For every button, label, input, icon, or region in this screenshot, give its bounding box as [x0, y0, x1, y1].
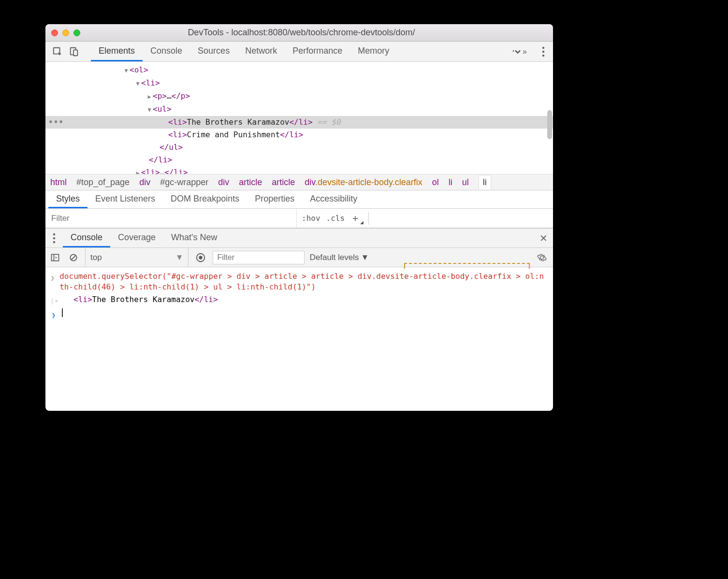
- svg-point-6: [53, 233, 55, 235]
- console-settings-icon[interactable]: [534, 253, 550, 262]
- tab-network[interactable]: Network: [237, 42, 285, 61]
- breadcrumb-item[interactable]: div: [218, 177, 229, 188]
- console-prompt[interactable]: ❯: [50, 307, 548, 321]
- console-sidebar-toggle-icon[interactable]: [48, 253, 62, 262]
- dom-node[interactable]: </li>: [45, 154, 553, 166]
- tab-console[interactable]: Console: [143, 42, 190, 61]
- result-close-tag: </li>: [194, 295, 218, 304]
- breadcrumb-item[interactable]: #top_of_page: [76, 177, 130, 188]
- svg-point-5: [542, 54, 544, 56]
- titlebar: DevTools - localhost:8080/web/tools/chro…: [45, 24, 553, 42]
- svg-point-3: [542, 46, 544, 48]
- levels-label: Default levels: [309, 253, 359, 262]
- console-input-line: ❯ document.querySelector("#gc-wrapper > …: [50, 270, 548, 293]
- box-model-preview: [404, 263, 530, 269]
- device-toolbar-icon[interactable]: [66, 42, 82, 61]
- svg-rect-9: [52, 254, 59, 261]
- dom-breadcrumbs[interactable]: html#top_of_pagediv#gc-wrapperdivarticle…: [45, 174, 553, 190]
- breadcrumb-item[interactable]: article: [239, 177, 262, 188]
- breadcrumb-item[interactable]: #gc-wrapper: [160, 177, 208, 188]
- new-style-rule-button[interactable]: ＋◢: [350, 212, 364, 225]
- dom-tree[interactable]: ▼<ol>▼<li>▶<p>…</p>▼<ul>•••<li>The Broth…: [45, 62, 553, 174]
- result-open-tag: <li>: [73, 295, 92, 304]
- prompt-caret-icon: ❯: [50, 308, 57, 320]
- breadcrumb-item[interactable]: ol: [432, 177, 439, 188]
- clear-console-icon[interactable]: [67, 253, 80, 262]
- main-tabs: ElementsConsoleSourcesNetworkPerformance…: [91, 42, 506, 61]
- dom-node[interactable]: ▶<p>…</p>: [45, 90, 553, 103]
- more-menu-icon[interactable]: [534, 42, 553, 61]
- dom-node[interactable]: ▼<ul>: [45, 103, 553, 116]
- side-panel-tabs: StylesEvent ListenersDOM BreakpointsProp…: [45, 190, 553, 209]
- breadcrumb-item[interactable]: div: [139, 177, 150, 188]
- svg-rect-2: [73, 50, 77, 56]
- drawer-tabs: ConsoleCoverageWhat's New ✕: [45, 229, 553, 248]
- output-caret-icon: ⟨•: [50, 294, 57, 306]
- console-result-line: ⟨• <li>The Brothers Karamazov</li>: [50, 293, 548, 307]
- tab-performance[interactable]: Performance: [285, 42, 350, 61]
- window-title: DevTools - localhost:8080/web/tools/chro…: [85, 28, 547, 38]
- drawer-tab-console[interactable]: Console: [63, 229, 110, 247]
- drawer-close-button[interactable]: ✕: [534, 229, 553, 247]
- tab-elements[interactable]: Elements: [91, 42, 143, 61]
- dom-node[interactable]: ▼<li>: [45, 77, 553, 90]
- window-minimize-button[interactable]: [62, 29, 69, 36]
- breadcrumb-item[interactable]: ul: [462, 177, 469, 188]
- side-tab-event-listeners[interactable]: Event Listeners: [87, 190, 163, 208]
- breadcrumb-item[interactable]: li: [449, 177, 452, 188]
- live-expression-icon[interactable]: [193, 252, 208, 263]
- console-command-text: document.querySelector("#gc-wrapper > di…: [59, 271, 548, 292]
- window-close-button[interactable]: [51, 29, 58, 36]
- window-maximize-button[interactable]: [73, 29, 80, 36]
- svg-line-12: [72, 255, 75, 259]
- svg-point-14: [199, 256, 203, 259]
- side-tab-dom-breakpoints[interactable]: DOM Breakpoints: [163, 190, 247, 208]
- drawer: ConsoleCoverageWhat's New ✕ top ▼ Defaul…: [45, 228, 553, 411]
- side-tab-accessibility[interactable]: Accessibility: [302, 190, 365, 208]
- svg-point-8: [53, 241, 55, 243]
- console-filter-input[interactable]: [213, 251, 305, 264]
- side-tab-properties[interactable]: Properties: [247, 190, 302, 208]
- dom-node[interactable]: </ul>: [45, 141, 553, 154]
- svg-point-7: [53, 237, 55, 239]
- inspect-element-icon[interactable]: [49, 42, 66, 61]
- breadcrumb-item[interactable]: li: [479, 175, 491, 189]
- dom-node[interactable]: ▼<ol>: [45, 64, 553, 77]
- chevron-down-icon: ▼: [175, 253, 184, 262]
- tabs-overflow-icon[interactable]: »: [506, 42, 534, 61]
- input-caret-icon: ❯: [50, 271, 55, 283]
- log-levels-select[interactable]: Default levels ▼: [309, 253, 369, 262]
- console-result: <li>The Brothers Karamazov</li>: [62, 294, 218, 305]
- drawer-menu-icon[interactable]: [45, 229, 63, 247]
- hov-toggle[interactable]: :hov: [302, 214, 320, 223]
- drawer-tab-what-s-new[interactable]: What's New: [163, 229, 225, 247]
- devtools-window: DevTools - localhost:8080/web/tools/chro…: [45, 24, 553, 411]
- dom-node[interactable]: ▶<li>…</li>: [45, 166, 553, 174]
- svg-point-4: [542, 50, 544, 52]
- breadcrumb-item[interactable]: article: [272, 177, 295, 188]
- main-toolbar: ElementsConsoleSourcesNetworkPerformance…: [45, 42, 553, 62]
- dom-node[interactable]: •••<li>The Brothers Karamazov</li> == $0: [45, 116, 553, 129]
- console-output[interactable]: ❯ document.querySelector("#gc-wrapper > …: [45, 267, 553, 411]
- elements-panel: ▼<ol>▼<li>▶<p>…</p>▼<ul>•••<li>The Broth…: [45, 62, 553, 174]
- text-cursor: [62, 308, 63, 317]
- context-label: top: [90, 253, 102, 262]
- styles-toolbar: :hov .cls ＋◢: [45, 209, 553, 228]
- breadcrumb-item[interactable]: div.devsite-article-body.clearfix: [305, 177, 422, 188]
- breadcrumb-item[interactable]: html: [50, 177, 67, 188]
- tab-memory[interactable]: Memory: [350, 42, 397, 61]
- drawer-tab-coverage[interactable]: Coverage: [110, 229, 163, 247]
- dom-node[interactable]: <li>Crime and Punishment</li>: [45, 129, 553, 141]
- execution-context-select[interactable]: top ▼: [85, 248, 189, 267]
- cls-toggle[interactable]: .cls: [326, 214, 345, 223]
- scrollbar-thumb[interactable]: [547, 110, 552, 139]
- result-text: The Brothers Karamazov: [92, 295, 195, 304]
- chevron-down-icon: ▼: [361, 253, 369, 262]
- tab-sources[interactable]: Sources: [190, 42, 237, 61]
- side-tab-styles[interactable]: Styles: [48, 190, 87, 208]
- styles-filter-input[interactable]: [45, 209, 297, 228]
